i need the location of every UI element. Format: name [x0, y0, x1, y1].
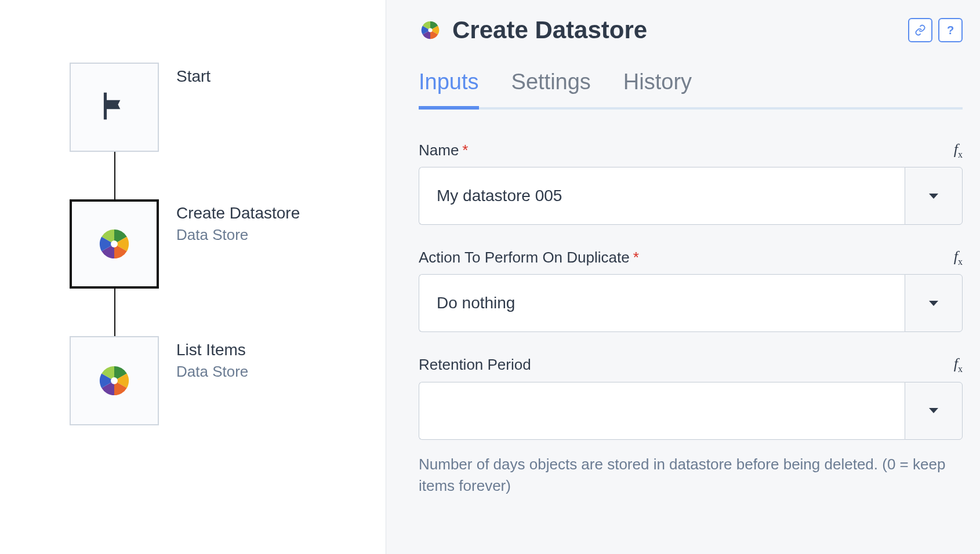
detail-panel: Create Datastore ? Inputs Settings Histo…	[386, 0, 980, 554]
question-icon: ?	[947, 24, 954, 37]
link-button[interactable]	[908, 18, 932, 42]
duplicate-action-input[interactable]	[419, 274, 905, 332]
connector	[114, 289, 115, 336]
duplicate-action-dropdown[interactable]	[905, 274, 963, 332]
tabs: Inputs Settings History	[419, 70, 963, 110]
pinwheel-icon	[95, 362, 133, 400]
node-title: Create Datastore	[176, 204, 300, 223]
chevron-down-icon	[929, 301, 938, 306]
fx-button[interactable]: fx	[954, 141, 963, 160]
node-subtitle: Data Store	[176, 226, 300, 244]
field-duplicate-action: Action To Perform On Duplicate* fx	[419, 248, 963, 332]
retention-input[interactable]	[419, 382, 905, 440]
node-title: List Items	[176, 341, 248, 359]
field-label-duplicate: Action To Perform On Duplicate*	[419, 249, 639, 267]
flow-node-create-datastore[interactable]: Create Datastore Data Store	[70, 199, 386, 289]
retention-help-text: Number of days objects are stored in dat…	[419, 454, 963, 497]
fx-button[interactable]: fx	[954, 355, 963, 374]
field-label-retention: Retention Period	[419, 356, 531, 374]
name-dropdown[interactable]	[905, 167, 963, 225]
pinwheel-icon	[419, 19, 442, 42]
link-icon	[914, 24, 926, 36]
node-subtitle: Data Store	[176, 363, 248, 381]
svg-point-2	[428, 28, 432, 32]
node-title: Start	[176, 67, 210, 86]
pinwheel-icon	[95, 225, 133, 263]
tab-settings[interactable]: Settings	[511, 70, 591, 107]
flow-node-list-items[interactable]: List Items Data Store	[70, 336, 386, 425]
chevron-down-icon	[929, 408, 938, 413]
retention-dropdown[interactable]	[905, 382, 963, 440]
tab-inputs[interactable]: Inputs	[419, 70, 479, 107]
name-input[interactable]	[419, 167, 905, 225]
fx-button[interactable]: fx	[954, 248, 963, 267]
panel-title: Create Datastore	[452, 16, 647, 44]
field-name: Name* fx	[419, 141, 963, 225]
connector	[114, 152, 115, 199]
node-box-list-items[interactable]	[70, 336, 159, 425]
svg-point-1	[111, 377, 118, 384]
node-box-start[interactable]	[70, 63, 159, 152]
flag-icon	[96, 88, 132, 126]
svg-point-0	[111, 240, 118, 247]
field-label-name: Name*	[419, 141, 468, 159]
field-retention: Retention Period fx Number of days objec…	[419, 355, 963, 497]
flow-canvas[interactable]: Start Create Datastore Data Store	[0, 0, 386, 554]
chevron-down-icon	[929, 194, 938, 199]
flow-node-start[interactable]: Start	[70, 63, 386, 152]
tab-history[interactable]: History	[623, 70, 692, 107]
help-button[interactable]: ?	[938, 18, 963, 42]
node-box-create-datastore[interactable]	[70, 199, 159, 289]
